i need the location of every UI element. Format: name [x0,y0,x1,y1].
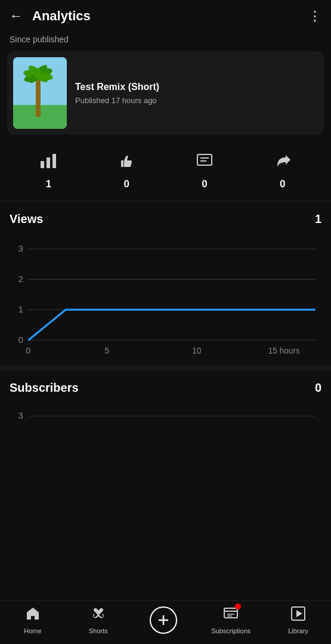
stats-row: 1 0 0 0 [0,142,331,202]
svg-text:5: 5 [104,345,109,355]
comments-stat-item: 0 [196,153,214,190]
svg-text:3: 3 [18,411,23,420]
nav-library-label: Library [288,627,308,634]
subscribers-chart: 3 [10,404,321,440]
home-icon [25,606,41,625]
svg-rect-3 [36,75,41,117]
svg-rect-8 [41,161,44,168]
views-section-value: 1 [315,212,321,226]
video-info: Test Remix (Short) Published 17 hours ag… [75,82,159,105]
nav-library[interactable]: Library [280,606,316,634]
svg-text:2: 2 [18,273,23,284]
shares-stat-item: 0 [274,153,292,190]
since-published-label: Since published [0,32,331,51]
nav-home-label: Home [24,627,41,634]
back-button[interactable]: ← [10,8,23,24]
more-options-button[interactable]: ⋮ [308,8,321,24]
shorts-icon [91,606,106,625]
svg-text:0: 0 [18,335,23,345]
bottom-nav: Home Shorts Su [0,600,331,644]
svg-text:15 hours: 15 hours [268,345,300,355]
views-stat-item: 1 [39,153,57,190]
views-section-title: Views [10,212,43,226]
svg-rect-10 [52,154,56,168]
page-title: Analytics [32,8,91,24]
create-button[interactable] [150,606,177,634]
video-title: Test Remix (Short) [75,82,159,92]
likes-icon [117,153,135,174]
library-icon [290,606,306,625]
comments-stat-value: 0 [202,178,207,190]
nav-subscriptions[interactable]: Subscriptions [211,606,250,634]
svg-rect-9 [47,157,50,168]
subscribers-section-header: Subscribers 0 [10,381,321,395]
subscribers-section-value: 0 [315,381,321,395]
svg-text:1: 1 [18,304,23,314]
svg-text:10: 10 [192,345,201,355]
views-chart: 3 2 1 0 0 5 10 15 hours [10,236,321,355]
section-divider [0,366,331,370]
nav-shorts-label: Shorts [89,627,108,634]
likes-stat-item: 0 [117,153,135,190]
views-stat-value: 1 [46,178,51,190]
likes-stat-value: 0 [123,178,129,190]
svg-text:0: 0 [26,345,31,355]
subscriptions-icon [223,606,239,625]
views-section-header: Views 1 [10,212,321,226]
svg-text:3: 3 [18,243,23,253]
nav-subscriptions-label: Subscriptions [211,627,250,634]
nav-home[interactable]: Home [15,606,51,634]
video-card: Test Remix (Short) Published 17 hours ag… [7,51,324,135]
video-thumbnail [13,57,67,129]
nav-shorts[interactable]: Shorts [81,606,116,634]
shares-stat-value: 0 [280,178,285,190]
subscribers-section-title: Subscribers [10,381,79,395]
subscribers-section: Subscribers 0 3 [0,381,331,440]
svg-marker-35 [296,610,302,617]
comments-icon [196,153,214,174]
app-header: ← Analytics ⋮ [0,0,331,32]
header-left: ← Analytics [10,8,91,24]
views-section: Views 1 3 2 1 0 0 5 10 15 hours [0,212,331,355]
nav-create[interactable] [146,606,181,634]
video-published: Published 17 hours ago [75,96,159,105]
shares-icon [274,153,292,174]
subscriptions-badge [235,603,241,609]
views-icon [39,153,57,174]
svg-rect-11 [197,154,212,165]
